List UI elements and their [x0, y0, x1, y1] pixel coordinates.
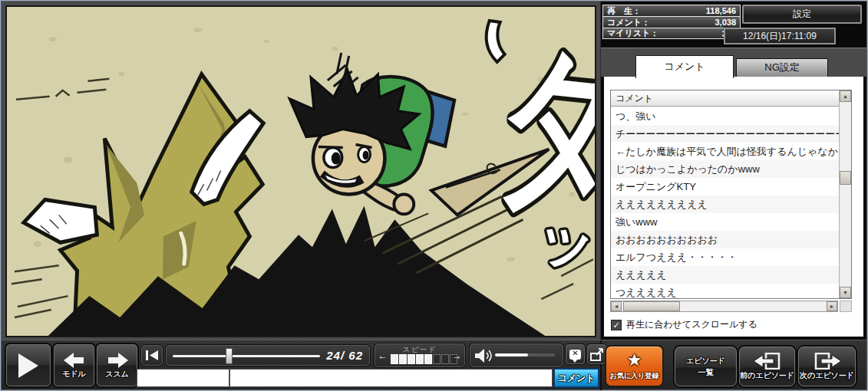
seek-bar-group: 24/ 62 — [166, 345, 370, 366]
tab-ng-settings[interactable]: NG設定 — [736, 58, 828, 77]
comment-row: じつはかっこよかったのかwww — [611, 160, 839, 178]
tab-comment[interactable]: コメント — [635, 55, 734, 78]
player-window: ダ ッ 再 生： 118,546 コメント： 3,038 マイリスト： 325 … — [0, 0, 868, 391]
scrollbar-corner — [840, 301, 852, 312]
to-start-icon — [146, 350, 158, 360]
vertical-scrollbar[interactable]: ▲ ▼ — [839, 90, 851, 298]
comment-row: 強いwww — [611, 213, 839, 231]
next-episode-button[interactable]: 次のエピソード — [798, 347, 856, 386]
favorite-label: お気に入り登録 — [610, 371, 659, 381]
speed-block — [399, 354, 407, 364]
page-counter: 24/ 62 — [326, 349, 363, 362]
comment-submit-button[interactable]: コメント — [553, 368, 599, 388]
comment-bubble-x-icon: ✕ — [569, 350, 581, 360]
horizontal-scroll-thumb[interactable] — [623, 301, 680, 311]
stat-label: コメント： — [607, 17, 650, 28]
forward-button[interactable]: ススム — [97, 344, 137, 386]
autoscroll-label: 再生に合わせてスクロールする — [626, 318, 757, 331]
speed-blocks — [391, 354, 457, 364]
episode-list-button[interactable]: エピソード 一覧 — [675, 347, 737, 386]
speed-block — [433, 354, 441, 364]
speed-block — [441, 354, 449, 364]
forward-arrow-icon — [107, 352, 128, 369]
back-button[interactable]: モドル — [54, 344, 94, 386]
prev-episode-label: 前のエピソード — [740, 370, 794, 381]
comment-rows: つ、強い チーーーーーーーーーーーーーーーーーーーーーーーーーーーーーーーー ←… — [611, 107, 839, 298]
next-episode-label: 次のエピソード — [800, 370, 854, 381]
vertical-scroll-thumb[interactable] — [840, 171, 851, 185]
control-bar: モドル ススム 24/ 62 スピード ← → — [2, 340, 866, 389]
tab-bar: コメント NG設定 — [601, 48, 866, 77]
settings-button[interactable]: 設定 — [742, 5, 862, 24]
seek-handle[interactable] — [226, 348, 233, 364]
comment-row: おおおおおおおおおお — [611, 231, 839, 248]
favorite-button[interactable]: ★ お気に入り登録 — [605, 345, 664, 387]
resize-icon — [590, 347, 604, 361]
comment-command-input[interactable] — [137, 369, 229, 387]
back-arrow-icon — [64, 352, 85, 369]
volume-fill — [495, 353, 528, 356]
prev-episode-icon — [754, 353, 781, 370]
comment-row: えええええ — [611, 266, 839, 284]
stats-table: 再 生： 118,546 コメント： 3,038 マイリスト： 325 — [602, 5, 741, 39]
prev-episode-button[interactable]: 前のエピソード — [739, 347, 795, 386]
stat-label: 再 生： — [607, 5, 641, 17]
speed-up-button[interactable]: → — [451, 349, 464, 363]
comment-list: コメント つ、強い チーーーーーーーーーーーーーーーーーーーーーーーーーーーーー… — [610, 90, 852, 299]
stat-label: マイリスト： — [607, 28, 658, 39]
comment-row: オープニングKTY — [611, 178, 839, 196]
video-frame: ダ ッ — [2, 2, 600, 340]
play-icon — [17, 353, 40, 379]
volume-control — [470, 343, 563, 367]
play-button[interactable] — [6, 344, 51, 386]
stat-play-count: 再 生： 118,546 — [602, 5, 741, 16]
star-icon: ★ — [627, 352, 642, 369]
sfx-fleck — [487, 21, 505, 62]
forward-label: ススム — [105, 369, 129, 380]
speed-block — [424, 354, 432, 364]
comic-scene: ダ ッ — [7, 7, 595, 336]
timestamp: 12/16(日)17:11:09 — [724, 28, 836, 44]
horizontal-scrollbar[interactable]: ◄ ► — [610, 301, 838, 312]
volume-track[interactable] — [495, 353, 555, 356]
comment-panel: コメント つ、強い チーーーーーーーーーーーーーーーーーーーーーーーーーーーーー… — [604, 77, 863, 337]
scroll-down-button[interactable]: ▼ — [840, 287, 851, 298]
speed-block — [416, 354, 424, 364]
comment-input[interactable] — [229, 369, 553, 387]
scroll-right-button[interactable]: ► — [827, 301, 837, 311]
video-canvas[interactable]: ダ ッ — [5, 5, 596, 337]
scroll-left-button[interactable]: ◄ — [611, 301, 622, 311]
speed-block — [408, 354, 415, 364]
sfx-group: ダ ッ — [487, 21, 595, 281]
speed-down-button[interactable]: ← — [376, 349, 389, 363]
episode-list-label-1: エピソード — [686, 356, 725, 366]
stat-value: 118,546 — [706, 6, 736, 15]
stat-comment-count: コメント： 3,038 — [602, 16, 741, 28]
comment-row: チーーーーーーーーーーーーーーーーーーーーーーーーーーーーーーーー — [611, 125, 839, 143]
kid-fist — [394, 194, 414, 214]
comment-row: えええええええええ — [611, 196, 839, 213]
comment-row: ←たしか魔族は平気で人間は怪我するんじゃなか — [611, 143, 839, 160]
scroll-up-button[interactable]: ▲ — [840, 90, 851, 102]
autoscroll-row: ✓ 再生に合わせてスクロールする — [611, 318, 757, 331]
episode-list-label-2: 一覧 — [698, 367, 714, 378]
autoscroll-checkbox[interactable]: ✓ — [611, 320, 622, 330]
seek-track[interactable] — [173, 355, 320, 357]
next-episode-icon — [814, 353, 841, 370]
resize-button[interactable] — [587, 344, 606, 364]
comment-row: つえええええ — [611, 284, 839, 298]
comment-row: エルフつえええ・・・・・ — [611, 248, 839, 266]
info-panel: 再 生： 118,546 コメント： 3,038 マイリスト： 325 設定 1… — [601, 2, 866, 340]
speed-block — [391, 354, 398, 364]
monster-horn-left — [24, 199, 97, 242]
back-label: モドル — [62, 369, 86, 380]
comment-list-header: コメント — [611, 90, 839, 107]
stat-mylist-count: マイリスト： 325 — [602, 28, 741, 39]
comment-row: つ、強い — [611, 107, 839, 125]
hide-comments-button[interactable]: ✕ — [566, 344, 585, 364]
speaker-icon — [475, 348, 492, 363]
stat-value: 3,038 — [715, 18, 736, 27]
speed-control: スピード ← → — [375, 343, 465, 367]
to-start-button[interactable] — [141, 345, 163, 366]
